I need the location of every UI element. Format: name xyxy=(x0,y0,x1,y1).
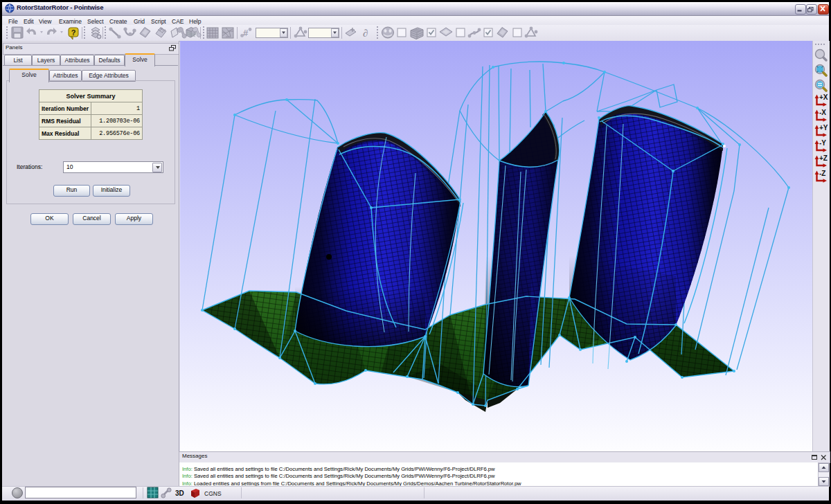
svg-text:+Z: +Z xyxy=(819,154,828,162)
svg-text:?: ? xyxy=(71,28,76,37)
svg-text:CGNS: CGNS xyxy=(204,490,222,497)
svg-text:+Y: +Y xyxy=(819,124,828,132)
svg-text:#: # xyxy=(243,28,249,38)
svg-text:-Y: -Y xyxy=(819,139,826,147)
svg-text:+X: +X xyxy=(819,93,828,101)
svg-text:∂: ∂ xyxy=(363,28,368,39)
svg-text:-X: -X xyxy=(819,109,826,116)
svg-text:-Z: -Z xyxy=(819,170,825,177)
svg-text:3D: 3D xyxy=(175,489,184,497)
